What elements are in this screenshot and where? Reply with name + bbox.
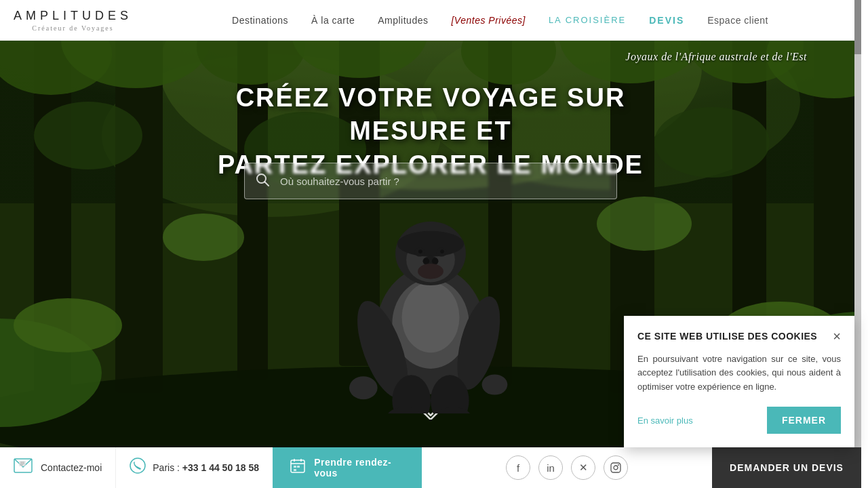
contact-label[interactable]: Contactez-moi — [41, 462, 102, 473]
nav-a-la-carte[interactable]: À la carte — [303, 12, 363, 29]
cookie-banner-title: CE SITE WEB UTILISE DES COOKIES — [637, 331, 817, 342]
cookie-learn-more-link[interactable]: En savoir plus — [637, 415, 693, 426]
svg-point-39 — [418, 249, 422, 253]
nav-croisiere[interactable]: LA CROISIÈRE — [540, 12, 634, 28]
svg-point-42 — [423, 258, 429, 264]
devis-section[interactable]: DEMANDER UN DEVIS — [712, 447, 861, 488]
svg-rect-66 — [297, 466, 300, 468]
header: AMPLITUDES Créateur de Voyages Destinati… — [0, 0, 861, 41]
svg-point-23 — [654, 107, 770, 178]
envelope-icon — [14, 458, 33, 477]
svg-point-33 — [402, 282, 460, 352]
svg-rect-67 — [294, 469, 296, 471]
logo-tagline: Créateur de Voyages — [32, 24, 113, 32]
logo[interactable]: AMPLITUDES Créateur de Voyages — [14, 9, 132, 32]
svg-point-22 — [244, 112, 366, 186]
social-section: f in ✕ — [422, 447, 712, 488]
scrollbar-thumb[interactable] — [854, 0, 861, 54]
calendar-icon — [290, 458, 306, 478]
cookie-banner-footer: En savoir plus FERMER — [637, 407, 841, 434]
cookie-banner: CE SITE WEB UTILISE DES COOKIES × En pou… — [624, 316, 854, 447]
cookie-close-button[interactable]: × — [833, 329, 841, 343]
instagram-icon[interactable] — [604, 455, 628, 480]
twitter-icon[interactable]: ✕ — [571, 455, 595, 480]
svg-point-30 — [597, 197, 692, 251]
svg-rect-65 — [294, 466, 296, 468]
nav-ventes-privees[interactable]: Ventes Privées — [443, 12, 533, 29]
nav-espace-client[interactable]: Espace client — [699, 12, 776, 29]
svg-point-70 — [618, 464, 619, 466]
cookie-accept-button[interactable]: FERMER — [767, 407, 841, 434]
linkedin-icon[interactable]: in — [538, 455, 563, 480]
svg-point-43 — [432, 258, 438, 264]
svg-point-69 — [614, 466, 618, 470]
appointment-section[interactable]: Prendre rendez-vous — [273, 447, 422, 488]
nav-amplitudes[interactable]: Amplitudes — [370, 12, 436, 29]
svg-point-29 — [163, 214, 244, 261]
svg-point-27 — [14, 298, 122, 352]
svg-point-36 — [397, 231, 464, 257]
appointment-label: Prendre rendez-vous — [314, 457, 405, 479]
devis-label: DEMANDER UN DEVIS — [730, 462, 844, 473]
svg-point-40 — [440, 249, 444, 253]
phone-icon — [130, 458, 146, 478]
phone-section[interactable]: Paris : +33 1 44 50 18 58 — [115, 447, 273, 488]
phone-text: Paris : +33 1 44 50 18 58 — [153, 462, 259, 473]
scrollbar[interactable] — [854, 0, 861, 447]
nav-devis[interactable]: DEVIS — [641, 12, 692, 29]
svg-point-21 — [34, 102, 142, 169]
svg-rect-68 — [611, 463, 620, 472]
main-nav: Destinations À la carte Amplitudes Vente… — [153, 12, 848, 29]
facebook-icon[interactable]: f — [506, 455, 530, 480]
svg-point-60 — [130, 458, 145, 473]
contact-section[interactable]: Contactez-moi — [0, 447, 115, 488]
svg-point-48 — [482, 374, 508, 394]
phone-number[interactable]: +33 1 44 50 18 58 — [182, 462, 259, 473]
logo-name: AMPLITUDES — [14, 9, 132, 23]
gorilla-image — [342, 183, 519, 413]
bottom-bar: Contactez-moi Paris : +33 1 44 50 18 58 — [0, 447, 861, 488]
cookie-banner-body: En poursuivant votre navigation sur ce s… — [637, 352, 841, 394]
cookie-banner-header: CE SITE WEB UTILISE DES COOKIES × — [637, 329, 841, 343]
svg-point-46 — [349, 376, 378, 399]
nav-destinations[interactable]: Destinations — [224, 12, 296, 29]
svg-point-44 — [418, 264, 443, 279]
